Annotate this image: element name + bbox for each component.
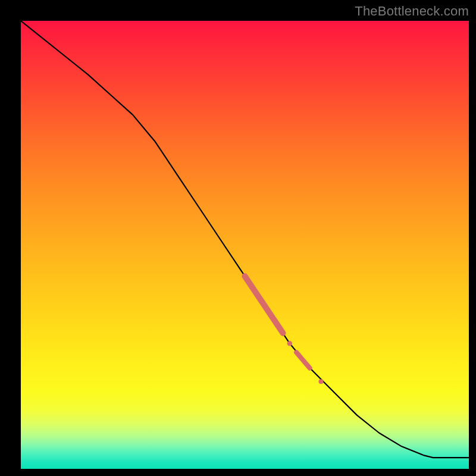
plot-svg	[21, 21, 469, 469]
overlay-point	[319, 379, 324, 384]
curve-line	[21, 21, 469, 458]
watermark-text: TheBottleneck.com	[355, 4, 469, 19]
overlay-segment	[296, 352, 310, 368]
overlay-point	[287, 341, 292, 346]
overlay-segment	[245, 276, 283, 333]
plot-area	[21, 21, 469, 469]
overlay-markers	[245, 276, 324, 384]
